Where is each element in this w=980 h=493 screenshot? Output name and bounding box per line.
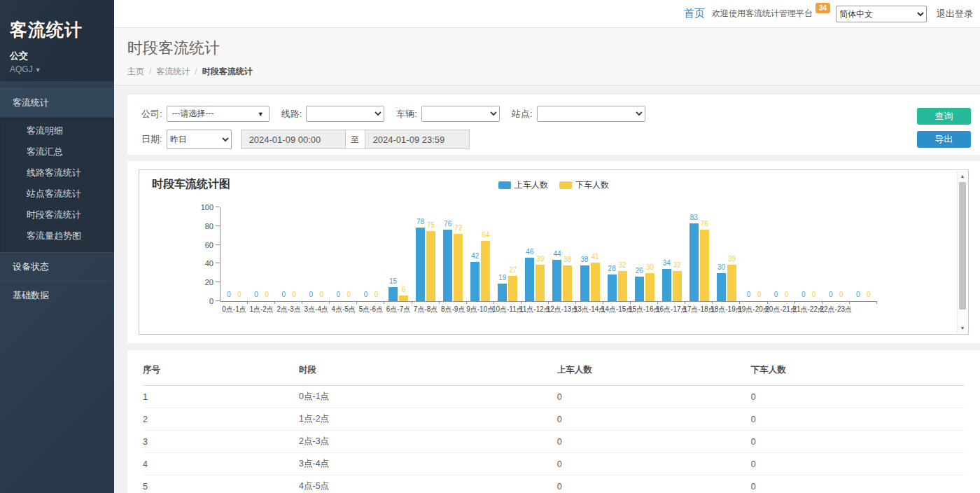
date-start-input[interactable]: 2024-01-09 00:00 (241, 130, 346, 149)
legend-swatch (498, 181, 511, 189)
bar-上车人数 (662, 269, 671, 301)
org-selector[interactable]: AQGJ▼ (10, 64, 104, 74)
breadcrumb-current: 时段客流统计 (202, 67, 253, 76)
sidebar-item-站点客流统计[interactable]: 站点客流统计 (0, 183, 114, 204)
table-cell: 3 (143, 431, 299, 453)
bar-value-label: 72 (448, 224, 469, 232)
bar-group-1点-2点: 001点-2点 (248, 207, 275, 301)
date-range-separator: 至 (346, 130, 365, 149)
sidebar-item-客流量趋势图[interactable]: 客流量趋势图 (0, 225, 114, 246)
company-select[interactable]: ---请选择--- ▼ (167, 106, 270, 122)
bar-group-11点-12点: 463911点-12点 (522, 207, 549, 301)
bar-group-14点-15点: 283214点-15点 (603, 207, 631, 301)
legend-item-下车人数[interactable]: 下车人数 (559, 179, 609, 191)
legend-item-上车人数[interactable]: 上车人数 (498, 179, 548, 191)
sidebar-section-passenger-stats[interactable]: 客流统计 (0, 88, 114, 118)
scroll-down-icon[interactable]: ▼ (958, 326, 967, 331)
sidebar-item-客流明细[interactable]: 客流明细 (0, 120, 114, 141)
bar-group-10点-11点: 192710点-11点 (494, 207, 522, 301)
x-axis-tick (630, 301, 631, 304)
bar-下车人数 (673, 271, 682, 301)
table-body: 10点-1点0021点-2点0032点-3点0043点-4点0054点-5点00… (143, 386, 965, 493)
language-select[interactable]: 简体中文 (836, 6, 927, 22)
x-axis-label: 8点-9点 (441, 305, 465, 314)
logout-link[interactable]: 退出登录 (937, 8, 973, 20)
breadcrumb-passenger-stats[interactable]: 客流统计 (156, 67, 190, 76)
bar-下车人数 (426, 231, 435, 302)
x-axis-label: 3点-4点 (304, 305, 328, 314)
table-row: 54点-5点00 (143, 475, 965, 493)
table-cell: 0 (751, 453, 965, 475)
bar-value-label: 39 (721, 255, 742, 263)
legend-label: 下车人数 (575, 179, 609, 191)
vehicle-select[interactable] (421, 106, 500, 122)
query-button[interactable]: 查询 (917, 108, 971, 125)
home-link[interactable]: 首页 (684, 7, 705, 20)
bar-group-6点-7点: 1566点-7点 (384, 207, 412, 301)
main-area: 首页 欢迎使用客流统计管理平台 34 简体中文 退出登录 时段客流统计 主页/客… (114, 0, 980, 493)
bar-group-19点-20点: 0019点-20点 (740, 207, 767, 301)
table-header-上车人数: 上车人数 (557, 357, 751, 386)
x-axis-tick (493, 301, 494, 304)
x-axis-tick (302, 301, 302, 304)
y-axis-label: 40 (205, 259, 214, 268)
x-axis-tick (822, 301, 822, 304)
bar-group-7点-8点: 78757点-8点 (412, 207, 440, 301)
y-axis-tick (216, 282, 220, 282)
chart-scrollbar[interactable]: ▲ ▼ (957, 171, 967, 333)
filter-station: 站点: (512, 106, 645, 122)
sidebar-section-基础数据[interactable]: 基础数据 (0, 281, 114, 310)
date-preset-select[interactable]: 昨日 (167, 130, 232, 149)
sidebar-item-时段客流统计[interactable]: 时段客流统计 (0, 204, 114, 225)
sidebar-item-线路客流统计[interactable]: 线路客流统计 (0, 162, 114, 183)
bar-value-label: 15 (383, 277, 404, 285)
bar-chart: 000点-1点001点-2点002点-3点003点-4点004点-5点005点-… (220, 207, 877, 301)
bar-下车人数 (563, 265, 572, 301)
scroll-up-icon[interactable]: ▲ (958, 174, 967, 179)
bar-value-label: 27 (503, 266, 524, 274)
y-axis-tick (216, 225, 220, 226)
x-axis-tick (657, 301, 658, 304)
station-select[interactable] (537, 106, 645, 122)
content-area: 公司: ---请选择--- ▼ 线路: 车辆: (114, 85, 980, 493)
vehicle-label: 车辆: (396, 108, 417, 120)
breadcrumb-home[interactable]: 主页 (127, 67, 144, 76)
filter-vehicle: 车辆: (396, 106, 500, 122)
table-cell: 0 (557, 386, 751, 408)
sidebar-header: 客流统计 公交 AQGJ▼ (0, 0, 114, 81)
station-label: 站点: (512, 108, 533, 120)
bar-group-18点-19点: 303918点-19点 (713, 207, 740, 301)
table-cell: 0 (751, 475, 965, 493)
bar-下车人数 (508, 276, 517, 301)
table-cell: 0 (557, 408, 751, 431)
bar-group-17点-18点: 837617点-18点 (685, 207, 713, 301)
filter-line: 线路: (281, 106, 385, 122)
x-axis-tick (548, 301, 549, 304)
org-name: 公交 (10, 50, 104, 62)
date-end-input[interactable]: 2024-01-09 23:59 (365, 130, 470, 149)
sidebar-section-设备状态[interactable]: 设备状态 (0, 252, 114, 281)
sidebar-item-客流汇总[interactable]: 客流汇总 (0, 141, 114, 162)
x-axis-label: 7点-8点 (414, 305, 438, 314)
table-header-row: 序号时段上车人数下车人数 (143, 357, 965, 386)
table-cell: 2点-3点 (299, 431, 557, 453)
bar-group-21点-22点: 0021点-22点 (795, 207, 822, 301)
bar-下车人数 (399, 296, 408, 301)
line-select[interactable] (306, 106, 384, 122)
y-axis-label: 60 (205, 241, 214, 249)
scrollbar-thumb[interactable] (959, 182, 966, 310)
table-cell: 4 (143, 453, 299, 475)
bar-上车人数 (580, 265, 589, 301)
bar-上车人数 (525, 258, 534, 301)
org-code-label: AQGJ (10, 64, 33, 74)
x-axis-tick (466, 301, 467, 304)
chart-panel: 时段车流统计图 上车人数下车人数 000点-1点001点-2点002点-3点00… (127, 161, 980, 343)
bar-group-5点-6点: 005点-6点 (357, 207, 384, 301)
table-cell: 2 (143, 408, 299, 431)
export-button[interactable]: 导出 (917, 131, 971, 148)
y-axis-tick (216, 207, 220, 207)
x-axis-tick (384, 301, 384, 304)
line-label: 线路: (281, 108, 302, 120)
bar-上车人数 (498, 284, 507, 301)
hourly-stats-table: 序号时段上车人数下车人数 10点-1点0021点-2点0032点-3点0043点… (143, 357, 965, 493)
